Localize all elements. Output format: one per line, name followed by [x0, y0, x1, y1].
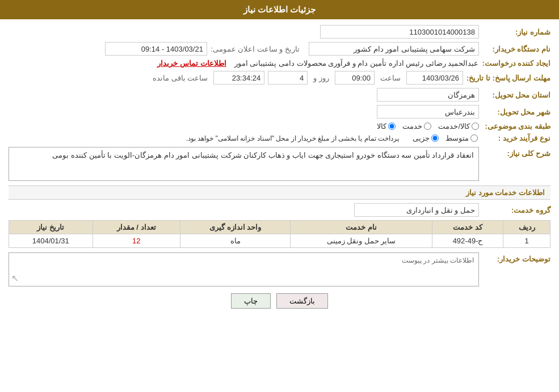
col-code: کد خدمت — [432, 221, 503, 234]
radio-goods-service-input[interactable] — [472, 123, 479, 130]
radio-partial-input[interactable] — [431, 134, 439, 142]
city-value: بندرعباس — [377, 105, 479, 119]
col-qty: تعداد / مقدار — [93, 221, 180, 234]
radio-medium[interactable]: متوسط — [445, 134, 478, 142]
response-remaining: 23:34:24 — [213, 71, 264, 85]
radio-service[interactable]: خدمت — [402, 122, 431, 130]
radio-partial[interactable]: جزیی — [413, 134, 439, 142]
creator-value: عبدالحمید رضائی رئیس اداره تأمین دام و ف… — [234, 59, 479, 68]
response-time: 09:00 — [335, 71, 375, 85]
radio-medium-input[interactable] — [470, 134, 478, 142]
response-days: 4 — [268, 71, 308, 85]
purchase-type-label: نوع فرآیند خرید : — [482, 134, 550, 142]
purchase-note: پرداخت تمام یا بخشی از مبلغ خریدار از مح… — [186, 134, 399, 142]
col-unit: واحد اندازه گیری — [180, 221, 291, 234]
requester-org-label: نام دستگاه خریدار: — [482, 45, 550, 53]
service-group-value: حمل و نقل و انبارداری — [354, 203, 479, 217]
cell-name: سایر حمل ونقل زمینی — [291, 234, 432, 248]
table-row: 1 ح-49-492 سایر حمل ونقل زمینی ماه 12 14… — [9, 234, 550, 248]
response-date: 1403/03/26 — [406, 71, 463, 85]
need-number-value: 1103001014000138 — [320, 25, 479, 39]
radio-goods[interactable]: کالا — [377, 122, 396, 130]
days-label: روز و — [313, 74, 329, 82]
col-date: تاریخ نیاز — [9, 221, 93, 234]
radio-service-input[interactable] — [424, 123, 431, 130]
cell-row: 1 — [503, 234, 550, 248]
description-value: انعقاد قرارداد تأمین سه دستگاه خودرو است… — [9, 147, 479, 181]
contact-link[interactable]: اطلاعات تماس خریدار — [157, 59, 226, 68]
back-button[interactable]: بازگشت — [276, 293, 328, 309]
col-row: ردیف — [503, 221, 550, 234]
category-label: طبقه بندی موضوعی: — [482, 122, 550, 130]
date-announce-label: تاریخ و ساعت اعلان عمومی: — [211, 45, 300, 53]
page-title: جزئیات اطلاعات نیاز — [243, 5, 316, 14]
city-label: شهر محل تحویل: — [482, 108, 550, 116]
services-section-header: اطلاعات خدمات مورد نیاز — [9, 186, 550, 200]
cell-code: ح-49-492 — [432, 234, 503, 248]
creator-label: ایجاد کننده درخواست: — [482, 59, 550, 68]
date-label: مهلت ارسال پاسخ: تا تاریخ: — [466, 74, 550, 82]
buyer-notes-label: توضیحات خریدار: — [482, 252, 550, 263]
cell-qty: 12 — [93, 234, 180, 248]
services-table: ردیف کد خدمت نام خدمت واحد اندازه گیری ت… — [9, 220, 550, 248]
province-value: هرمزگان — [377, 88, 479, 102]
resize-icon: ↖ — [11, 273, 19, 284]
radio-goods-service[interactable]: کالا/خدمت — [438, 122, 479, 130]
province-label: استان محل تحویل: — [482, 91, 550, 99]
service-group-label: گروه خدمت: — [482, 206, 550, 214]
date-announce-value: 1403/03/21 - 09:14 — [105, 42, 207, 56]
radio-goods-input[interactable] — [388, 123, 396, 130]
print-button[interactable]: چاپ — [231, 293, 271, 309]
need-number-label: شماره نیاز: — [482, 28, 550, 36]
requester-org-value: شرکت سهامی پشتیبانی امور دام کشور — [309, 42, 479, 56]
buyer-notes-value: اطلاعات بیشتر در پیوست ↖ — [9, 252, 479, 286]
action-buttons: بازگشت چاپ — [9, 293, 550, 309]
page-header: جزئیات اطلاعات نیاز — [0, 0, 559, 19]
cell-unit: ماه — [180, 234, 291, 248]
col-name: نام خدمت — [291, 221, 432, 234]
purchase-type-radio-group: متوسط جزیی — [413, 134, 478, 142]
remaining-label: ساعت باقی مانده — [153, 74, 208, 82]
time-label: ساعت — [380, 74, 401, 82]
cell-date: 1404/01/31 — [9, 234, 93, 248]
category-radio-group: کالا/خدمت خدمت کالا — [377, 122, 479, 130]
description-label: شرح کلی نیاز: — [482, 147, 550, 158]
